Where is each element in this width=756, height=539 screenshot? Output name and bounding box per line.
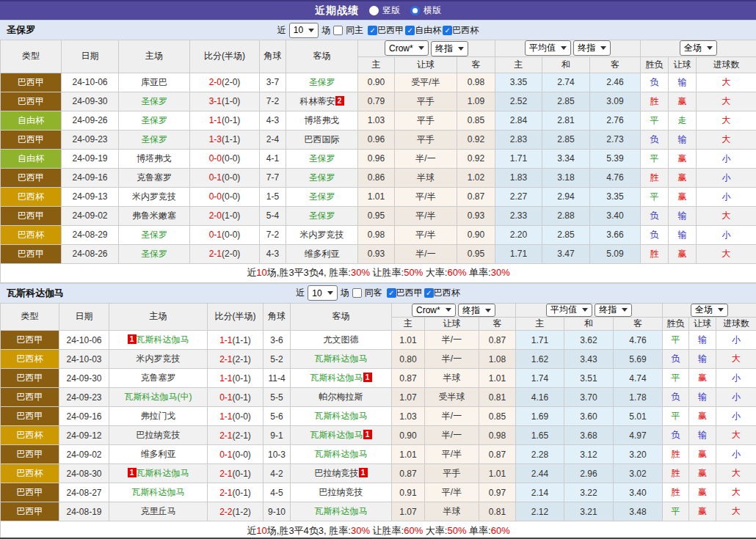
- team-name-link[interactable]: 瓦斯科达伽马: [315, 449, 368, 459]
- team-name-link[interactable]: 米内罗竞技: [132, 191, 176, 202]
- halftime-score: (0-1): [222, 115, 240, 125]
- handicap-home-odds-cell: 0.95: [358, 206, 395, 225]
- team-name-link[interactable]: 弗鲁米嫩塞: [132, 210, 176, 221]
- league-filter-checkbox[interactable]: 巴西杯: [424, 287, 460, 299]
- team-name-link[interactable]: 米内罗竞技: [300, 230, 344, 240]
- team-name-link[interactable]: 帕尔梅拉斯: [319, 392, 363, 402]
- team-name-link[interactable]: 圣保罗: [309, 77, 335, 87]
- avg-home-odds-cell: 1.71: [516, 331, 564, 350]
- recent-count-select[interactable]: 10: [308, 285, 337, 301]
- summary-stat-value: 10: [256, 525, 266, 536]
- fulltime-score: 0-1: [219, 392, 232, 403]
- team-name-link[interactable]: 圣保罗: [141, 249, 167, 259]
- team-name-link[interactable]: 瓦斯科达伽马: [310, 430, 363, 440]
- bookmaker-select[interactable]: Crow*: [412, 304, 456, 317]
- average-select[interactable]: 平均值: [525, 40, 571, 56]
- team-name-link[interactable]: 圣保罗: [141, 230, 167, 240]
- col-odds-home: 主: [392, 318, 425, 331]
- avg-stage-select[interactable]: 终指: [573, 40, 611, 56]
- team-name-link[interactable]: 圣保罗: [141, 115, 167, 125]
- competition-type-cell: 巴西杯: [1, 426, 59, 445]
- team-name-link[interactable]: 克鲁塞罗: [141, 373, 176, 383]
- match-row: 巴西杯 24-09-12 巴拉纳竞技 2-1(2-1) 9-1 瓦斯科达伽马1 …: [1, 426, 756, 445]
- halftime-score: (1-0): [222, 210, 240, 221]
- match-date-cell: 24-09-02: [62, 206, 119, 225]
- team-name-link[interactable]: 圣保罗: [309, 153, 335, 164]
- team-name-link[interactable]: 弗拉门戈: [141, 411, 176, 421]
- scope-select[interactable]: 全场: [680, 40, 717, 56]
- team-name-link[interactable]: 瓦斯科达伽马(中): [125, 392, 192, 402]
- league-filter-checkbox[interactable]: 自由杯: [405, 24, 441, 37]
- odds-stage-select[interactable]: 终指: [431, 41, 468, 56]
- corner-count-cell: 2-4: [260, 130, 286, 149]
- radio-vertical-layout[interactable]: 竖版: [369, 4, 400, 17]
- team-name-link[interactable]: 巴拉纳竞技: [137, 430, 181, 440]
- col-avg-draw: 和: [542, 56, 590, 73]
- team-name-link[interactable]: 博塔弗戈: [137, 153, 172, 164]
- away-team-cell: 圣保罗: [286, 187, 358, 206]
- team-name-link[interactable]: 巴拉纳竞技: [315, 468, 359, 478]
- away-team-cell: 圣保罗: [286, 206, 358, 225]
- handicap-away-odds-cell: 0.81: [479, 388, 516, 407]
- score-cell: 1-1(1-1): [208, 331, 263, 350]
- recent-count-select[interactable]: 10: [289, 23, 319, 38]
- team-name-link[interactable]: 科林蒂安: [300, 96, 335, 106]
- team-name-link[interactable]: 巴拉纳竞技: [319, 487, 363, 497]
- league-label: 自由杯: [415, 24, 441, 37]
- team-name-link[interactable]: 圣保罗: [141, 96, 167, 106]
- checkbox-icon: [387, 288, 396, 298]
- team-name-link[interactable]: 瓦斯科达伽马: [137, 334, 189, 345]
- team-name-link[interactable]: 瓦斯科达伽马: [137, 468, 189, 478]
- competition-type-cell: 巴西甲: [1, 130, 62, 149]
- summary-row: 近10场,胜3平4负3, 胜率:30% 让胜率:60% 大率:50% 单率:60…: [1, 521, 756, 539]
- radio-horizontal-layout[interactable]: 横版: [410, 4, 441, 17]
- team-name-link[interactable]: 克里丘马: [141, 506, 176, 516]
- team-name-link[interactable]: 圣保罗: [309, 210, 335, 221]
- team-name-link[interactable]: 库亚巴: [141, 77, 167, 87]
- match-row: 巴西甲 24-09-23 圣保罗 1-3(1-1) 2-4 巴西国际 0.96 …: [1, 130, 756, 149]
- same-away-checkbox[interactable]: [352, 288, 362, 298]
- competition-type-cell: 巴西甲: [1, 369, 59, 388]
- team-name-link[interactable]: 瓦斯科达伽马: [310, 373, 363, 383]
- competition-type-cell: 巴西杯: [1, 350, 59, 369]
- score-cell: 1-3(1-1): [190, 130, 260, 149]
- col-odds-line: 让球: [395, 56, 457, 73]
- avg-draw-odds-cell: 3.22: [564, 483, 614, 502]
- avg-stage-select[interactable]: 终指: [595, 304, 632, 317]
- league-filter-checkbox[interactable]: 巴西杯: [443, 24, 479, 37]
- team-name-link[interactable]: 瓦斯科达伽马: [315, 411, 368, 421]
- odds-stage-select[interactable]: 终指: [458, 304, 495, 317]
- handicap-result-cell: 赢: [669, 244, 697, 263]
- fulltime-score: 0-0: [209, 191, 222, 202]
- team-name-link[interactable]: 维多利亚: [141, 449, 176, 459]
- handicap-away-odds-cell: 0.97: [479, 483, 516, 502]
- team-name-link[interactable]: 圣保罗: [141, 134, 167, 144]
- team-name-link[interactable]: 瓦斯科达伽马: [132, 487, 185, 497]
- chevron-down-icon: [308, 29, 314, 32]
- league-filter-checkbox[interactable]: 巴西甲: [387, 287, 423, 299]
- team-name-link[interactable]: 瓦斯科达伽马: [315, 506, 368, 516]
- summary-stat-value: 30%: [491, 267, 510, 278]
- team-name-link[interactable]: 瓦斯科达伽马: [315, 353, 368, 364]
- chevron-down-icon: [600, 46, 606, 50]
- league-filter-checkbox[interactable]: 巴西甲: [368, 24, 404, 37]
- handicap-line-cell: 半/一: [425, 407, 479, 426]
- match-date-cell: 24-08-19: [59, 502, 109, 521]
- team-name-link[interactable]: 克鲁塞罗: [137, 172, 172, 183]
- team-name-link[interactable]: 尤文图德: [324, 334, 359, 345]
- team-name-link[interactable]: 米内罗竞技: [137, 353, 181, 364]
- bookmaker-select[interactable]: Crow*: [385, 40, 429, 56]
- team-name-link[interactable]: 博塔弗戈: [305, 115, 340, 125]
- fulltime-score: 0-1: [209, 172, 222, 183]
- scope-select[interactable]: 全场: [691, 304, 728, 317]
- team-name-link[interactable]: 圣保罗: [309, 172, 335, 183]
- team-name-link[interactable]: 维多利亚: [305, 249, 340, 259]
- corner-count-cell: 4-3: [260, 111, 286, 130]
- team-name-link[interactable]: 巴西国际: [305, 134, 340, 144]
- same-home-checkbox[interactable]: [333, 26, 343, 35]
- average-select[interactable]: 平均值: [546, 304, 592, 317]
- match-row: 巴西甲 24-09-23 瓦斯科达伽马(中) 0-1(0-1) 5-5 帕尔梅拉…: [1, 388, 756, 407]
- result-cell: 平: [641, 149, 669, 168]
- team-name-link[interactable]: 圣保罗: [309, 191, 335, 202]
- handicap-home-odds-cell: 1.03: [392, 407, 425, 426]
